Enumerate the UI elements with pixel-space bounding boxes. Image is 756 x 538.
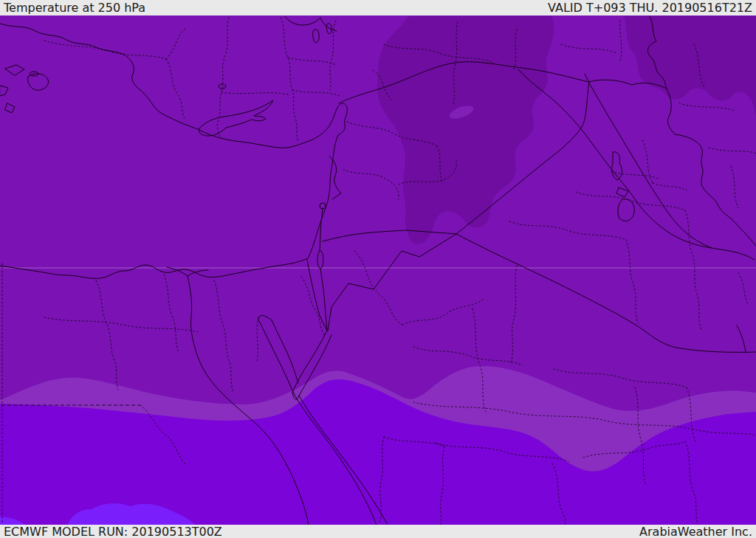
map-title: Temperature at 250 hPa — [4, 1, 145, 15]
provider-label: ArabiaWeather Inc. — [639, 525, 752, 538]
top-bar: Temperature at 250 hPa VALID T+093 THU. … — [0, 0, 756, 15]
valid-time-label: VALID T+093 THU. 20190516T21Z — [548, 1, 752, 15]
weather-map-frame: Temperature at 250 hPa VALID T+093 THU. … — [0, 0, 756, 538]
bottom-bar: ECMWF MODEL RUN: 20190513T00Z ArabiaWeat… — [0, 525, 756, 538]
weather-map — [0, 0, 756, 538]
model-run-label: ECMWF MODEL RUN: 20190513T00Z — [4, 525, 222, 538]
